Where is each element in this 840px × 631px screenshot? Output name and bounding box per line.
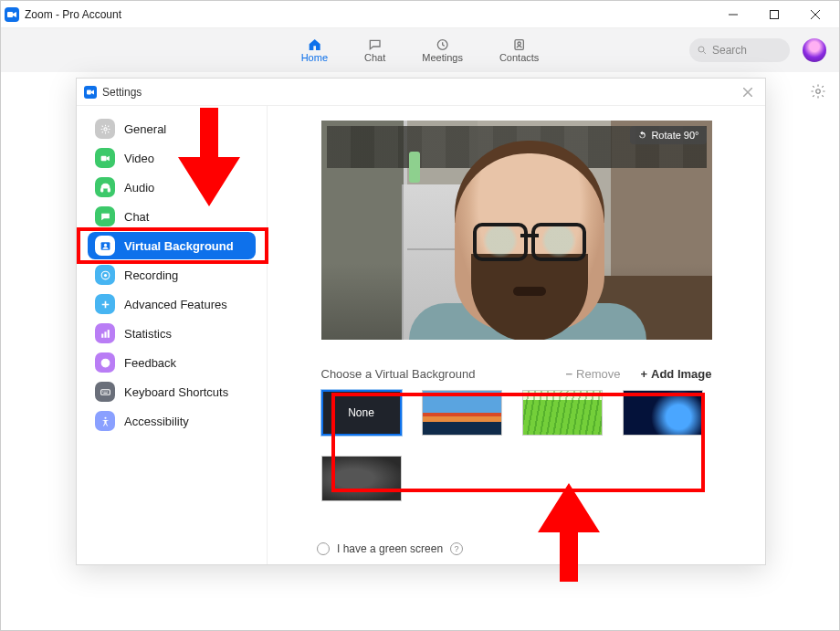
nav-tab-meetings[interactable]: Meetings — [422, 37, 463, 63]
search-placeholder: Search — [712, 44, 747, 57]
chat-icon — [367, 37, 383, 52]
zoom-logo-icon — [5, 7, 19, 22]
add-image-button[interactable]: +Add Image — [640, 367, 711, 381]
svg-rect-25 — [106, 391, 107, 392]
contacts-icon — [511, 37, 528, 52]
svg-point-5 — [698, 47, 704, 52]
nav-label: Meetings — [422, 52, 463, 63]
nav-tab-contacts[interactable]: Contacts — [499, 37, 539, 63]
window-title: Zoom - Pro Account — [25, 8, 121, 21]
sidebar-label: Feedback — [124, 356, 176, 370]
svg-rect-7 — [87, 89, 91, 94]
svg-rect-23 — [102, 391, 103, 392]
settings-sidebar: General Video Audio Chat Virtual Backgro… — [77, 106, 268, 564]
plus-icon — [95, 294, 115, 314]
sidebar-label: Advanced Features — [124, 298, 227, 311]
svg-rect-11 — [108, 188, 110, 191]
choose-background-label: Choose a Virtual Background — [321, 367, 566, 381]
svg-point-8 — [103, 127, 106, 130]
svg-rect-18 — [107, 330, 109, 338]
settings-gear-button[interactable] — [810, 83, 826, 103]
radio-unchecked-icon — [317, 542, 330, 555]
headset-icon — [95, 177, 115, 197]
svg-rect-17 — [104, 331, 106, 338]
svg-point-4 — [518, 42, 520, 45]
keyboard-icon — [95, 382, 115, 402]
sidebar-item-statistics[interactable]: Statistics — [88, 320, 256, 347]
window-controls — [712, 1, 835, 28]
settings-dialog: Settings General Video Audio Chat Virtua… — [76, 78, 766, 565]
background-option-space[interactable] — [623, 390, 703, 436]
sidebar-item-video[interactable]: Video — [88, 144, 256, 172]
top-nav: Home Chat Meetings Contacts Search — [1, 28, 839, 72]
background-option-grass[interactable] — [522, 390, 603, 436]
sidebar-label: Accessibility — [124, 415, 189, 428]
maximize-button[interactable] — [753, 1, 794, 28]
svg-rect-26 — [103, 393, 107, 394]
svg-rect-16 — [101, 333, 103, 337]
sidebar-item-audio[interactable]: Audio — [88, 174, 256, 201]
sidebar-label: Virtual Background — [124, 239, 234, 253]
sidebar-item-virtual-background[interactable]: Virtual Background — [88, 232, 256, 259]
svg-rect-1 — [770, 10, 778, 18]
svg-rect-9 — [100, 155, 106, 160]
sidebar-label: Audio — [124, 181, 154, 195]
smile-icon — [95, 352, 115, 373]
sidebar-item-keyboard-shortcuts[interactable]: Keyboard Shortcuts — [88, 378, 256, 405]
dialog-titlebar: Settings — [77, 79, 765, 106]
svg-rect-10 — [100, 188, 102, 191]
sidebar-item-advanced-features[interactable]: Advanced Features — [88, 290, 256, 318]
help-icon[interactable]: ? — [450, 542, 463, 555]
svg-point-21 — [106, 361, 107, 362]
green-screen-option[interactable]: I have a green screen ? — [317, 542, 463, 555]
background-option-fog[interactable] — [321, 456, 402, 501]
nav-label: Contacts — [499, 52, 539, 63]
nav-tab-chat[interactable]: Chat — [364, 37, 385, 63]
home-icon — [306, 37, 322, 52]
window-titlebar: Zoom - Pro Account — [1, 1, 839, 28]
svg-rect-0 — [7, 12, 13, 17]
rotate-icon — [637, 131, 647, 141]
settings-pane: Rotate 90° Choose a Virtual Background −… — [268, 106, 765, 564]
sidebar-item-accessibility[interactable]: Accessibility — [88, 407, 256, 435]
sidebar-item-chat[interactable]: Chat — [88, 203, 256, 230]
clock-icon — [435, 37, 451, 52]
svg-point-15 — [103, 273, 106, 276]
dialog-close-button[interactable] — [738, 82, 758, 102]
sidebar-label: Chat — [124, 210, 149, 224]
nav-tab-home[interactable]: Home — [301, 37, 328, 63]
close-button[interactable] — [794, 1, 835, 28]
sidebar-item-feedback[interactable]: Feedback — [88, 349, 256, 376]
background-option-none[interactable]: None — [321, 390, 402, 436]
sidebar-item-recording[interactable]: Recording — [88, 261, 256, 289]
search-input[interactable]: Search — [689, 38, 790, 62]
chat-icon — [95, 206, 115, 226]
minimize-button[interactable] — [712, 1, 753, 28]
green-screen-label: I have a green screen — [337, 542, 443, 555]
dialog-title: Settings — [102, 86, 142, 99]
camera-icon — [95, 148, 115, 168]
svg-point-6 — [816, 89, 821, 94]
sidebar-item-general[interactable]: General — [88, 115, 256, 142]
background-thumbnails: None — [321, 390, 712, 501]
profile-avatar[interactable] — [803, 38, 826, 62]
svg-point-20 — [103, 361, 104, 362]
sidebar-label: Keyboard Shortcuts — [124, 385, 228, 399]
bars-icon — [95, 323, 115, 343]
nav-label: Home — [301, 52, 328, 63]
remove-background-button[interactable]: −Remove — [565, 367, 620, 381]
record-icon — [95, 265, 115, 285]
sidebar-label: General — [124, 122, 166, 136]
gear-icon — [95, 119, 115, 139]
camera-preview: Rotate 90° — [321, 121, 712, 340]
rotate-90-button[interactable]: Rotate 90° — [630, 126, 706, 144]
svg-rect-24 — [104, 391, 105, 392]
sidebar-label: Recording — [124, 268, 178, 282]
svg-point-27 — [104, 416, 106, 418]
accessibility-icon — [95, 411, 115, 431]
background-option-bridge[interactable] — [422, 390, 502, 436]
sidebar-label: Statistics — [124, 327, 172, 341]
zoom-logo-icon — [84, 86, 97, 99]
search-icon — [697, 45, 708, 56]
svg-point-13 — [103, 243, 106, 246]
